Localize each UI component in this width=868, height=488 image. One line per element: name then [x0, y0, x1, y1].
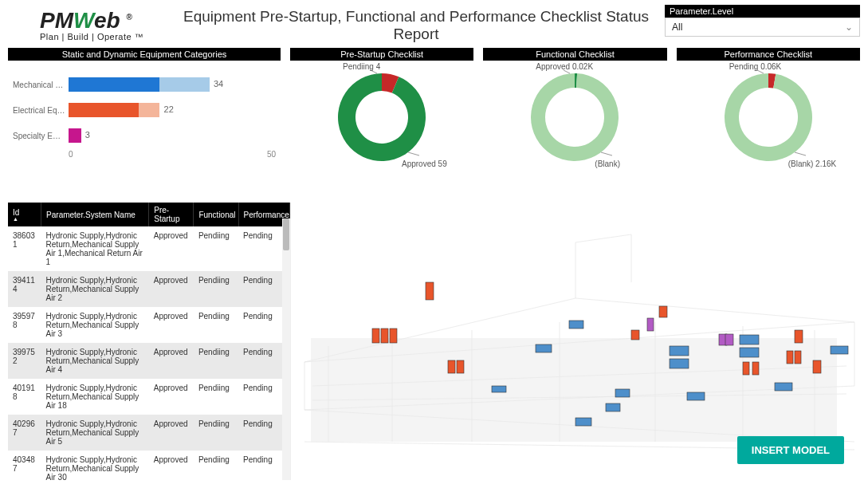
table-cell: 402967: [8, 415, 41, 451]
table-row[interactable]: 401918Hydronic Supply,Hydronic Return,Me…: [8, 379, 290, 415]
categories-bar-chart[interactable]: Mechanical …34Electrical Eq…22Specialty …: [8, 65, 281, 169]
brand-tagline: Plan | Build | Operate ™: [40, 32, 167, 41]
donut-label-bottom: (Blank) 2.16K: [788, 159, 837, 168]
svg-line-1: [408, 152, 419, 155]
equipment-marker[interactable]: [687, 392, 705, 400]
table-cell: Pendiing: [194, 415, 238, 451]
table-scroll-thumb[interactable]: [283, 218, 289, 250]
table-cell: Hydronic Supply,Hydronic Return,Mechanic…: [41, 415, 149, 451]
bar-label: Electrical Eq…: [13, 106, 69, 115]
bar-value: 22: [164, 104, 174, 114]
performance-panel: Performance Checklist Pending 0.06K(Blan…: [677, 48, 860, 177]
equipment-marker[interactable]: [647, 318, 654, 331]
table-cell: 394114: [8, 271, 41, 307]
table-cell: Approved: [149, 379, 194, 415]
col-header[interactable]: Id▲: [8, 203, 41, 226]
equipment-marker[interactable]: [795, 351, 801, 364]
equipment-marker[interactable]: [725, 334, 733, 345]
functional-donut[interactable]: Approved 0.02K(Blank): [483, 65, 666, 177]
equipment-marker[interactable]: [426, 282, 434, 300]
prestartup-title: Pre-Startup Checklist: [290, 48, 473, 61]
donut-label-bottom: Approved 59: [402, 159, 447, 168]
donut-label-bottom: (Blank): [595, 159, 620, 168]
equipment-marker[interactable]: [740, 335, 759, 344]
equipment-marker[interactable]: [536, 344, 552, 352]
equipment-marker[interactable]: [569, 321, 583, 329]
brand-text-1: PM: [40, 8, 73, 33]
equipment-table-wrap: Id▲Parameter.System NamePre-StartupFunct…: [8, 203, 291, 480]
bar-track: 22: [69, 103, 276, 117]
param-level-select[interactable]: All ⌄: [665, 18, 860, 37]
param-level-filter: Parameter.Level All ⌄: [665, 5, 860, 37]
equipment-marker[interactable]: [492, 386, 506, 392]
donut-label-top: Pendiing 4: [343, 62, 380, 71]
equipment-marker[interactable]: [743, 362, 749, 375]
equipment-marker[interactable]: [390, 329, 397, 343]
bar-row[interactable]: Specialty E…3: [13, 124, 276, 147]
functional-title: Functional Checklist: [483, 48, 666, 61]
equipment-marker[interactable]: [615, 389, 630, 397]
performance-donut[interactable]: Pending 0.06K(Blank) 2.16K: [677, 65, 860, 177]
table-cell: Approved: [149, 451, 194, 480]
equipment-marker[interactable]: [659, 306, 667, 317]
equipment-marker[interactable]: [813, 360, 821, 373]
chevron-down-icon: ⌄: [845, 22, 853, 33]
table-row[interactable]: 394114Hydronic Supply,Hydronic Return,Me…: [8, 271, 290, 307]
equipment-marker[interactable]: [457, 360, 464, 373]
table-cell: Pendiing: [194, 451, 238, 480]
table-cell: 399752: [8, 343, 41, 379]
charts-row: Static and Dynamic Equipment Categories …: [0, 43, 868, 177]
table-cell: Hydronic Supply,Hydronic Return,Mechanic…: [41, 271, 149, 307]
table-header-row: Id▲Parameter.System NamePre-StartupFunct…: [8, 203, 290, 226]
bim-model-view[interactable]: INSERT MODEL: [297, 203, 860, 480]
table-scrollbar[interactable]: [282, 218, 290, 480]
col-header[interactable]: Pre-Startup: [149, 203, 194, 226]
equipment-table[interactable]: Id▲Parameter.System NamePre-StartupFunct…: [8, 203, 290, 480]
bar-label: Specialty E…: [13, 132, 69, 140]
equipment-marker[interactable]: [372, 329, 379, 343]
bar-row[interactable]: Electrical Eq…22: [13, 99, 276, 121]
bar-track: 34: [69, 77, 276, 92]
equipment-marker[interactable]: [575, 418, 591, 426]
categories-panel: Static and Dynamic Equipment Categories …: [8, 48, 281, 177]
table-cell: Hydronic Supply,Hydronic Return,Mechanic…: [41, 307, 149, 343]
equipment-marker[interactable]: [740, 348, 759, 357]
prestartup-donut[interactable]: Pendiing 4Approved 59: [290, 65, 473, 177]
table-row[interactable]: 402967Hydronic Supply,Hydronic Return,Me…: [8, 415, 290, 451]
equipment-marker[interactable]: [606, 403, 620, 411]
equipment-marker[interactable]: [775, 383, 792, 391]
bar-track: 3: [69, 128, 276, 143]
param-level-label: Parameter.Level: [665, 5, 860, 18]
equipment-marker[interactable]: [787, 351, 793, 364]
table-cell: Pendiing: [194, 379, 238, 415]
table-cell: Approved: [149, 307, 194, 343]
bar-row[interactable]: Mechanical …34: [13, 73, 276, 96]
col-header[interactable]: Functional: [194, 203, 238, 226]
equipment-marker[interactable]: [795, 330, 803, 343]
equipment-marker[interactable]: [670, 346, 689, 356]
registered-mark: ®: [126, 13, 132, 22]
table-row[interactable]: 386031Hydronic Supply,Hydronic Return,Me…: [8, 226, 290, 271]
equipment-marker[interactable]: [831, 346, 848, 354]
col-header[interactable]: Parameter.System Name: [41, 203, 149, 226]
equipment-marker[interactable]: [631, 330, 639, 340]
table-row[interactable]: 399752Hydronic Supply,Hydronic Return,Me…: [8, 343, 290, 379]
table-row[interactable]: 403487Hydronic Supply,Hydronic Return,Me…: [8, 451, 290, 480]
table-cell: Approved: [149, 343, 194, 379]
table-cell: Pendiing: [194, 226, 238, 271]
table-cell: 386031: [8, 226, 41, 271]
table-cell: Approved: [149, 226, 194, 271]
equipment-marker[interactable]: [448, 360, 455, 373]
insert-model-button[interactable]: INSERT MODEL: [737, 436, 844, 464]
equipment-marker[interactable]: [381, 329, 388, 343]
bar-label: Mechanical …: [13, 81, 69, 89]
table-cell: 395978: [8, 307, 41, 343]
equipment-marker[interactable]: [752, 362, 759, 375]
table-cell: Pendiing: [194, 271, 238, 307]
table-row[interactable]: 395978Hydronic Supply,Hydronic Return,Me…: [8, 307, 290, 343]
equipment-marker[interactable]: [670, 359, 689, 368]
bar-value: 3: [85, 130, 90, 140]
header: PMWeb ® Plan | Build | Operate ™ Equipme…: [0, 0, 868, 43]
table-cell: 403487: [8, 451, 41, 480]
table-cell: Approved: [149, 415, 194, 451]
